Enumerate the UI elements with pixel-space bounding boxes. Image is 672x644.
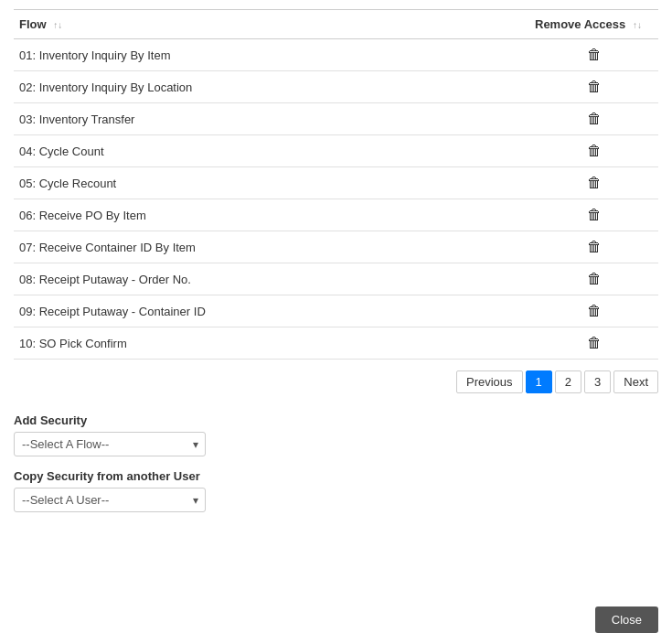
- trash-icon[interactable]: 🗑: [587, 111, 602, 127]
- flow-cell: 04: Cycle Count: [14, 135, 529, 167]
- trash-icon[interactable]: 🗑: [587, 207, 602, 223]
- trash-icon[interactable]: 🗑: [587, 175, 602, 191]
- add-security-label: Add Security: [14, 413, 658, 427]
- page-button-2[interactable]: 2: [555, 370, 581, 393]
- flow-cell: 02: Inventory Inquiry By Location: [14, 71, 529, 103]
- close-button-row: Close: [595, 606, 658, 633]
- remove-cell: 🗑: [529, 167, 658, 199]
- flow-cell: 05: Cycle Recount: [14, 167, 529, 199]
- table-row: 05: Cycle Recount🗑: [14, 167, 658, 199]
- col-remove-label: Remove Access: [535, 17, 625, 31]
- remove-cell: 🗑: [529, 231, 658, 263]
- flow-select[interactable]: --Select A Flow--: [14, 432, 206, 456]
- flow-cell: 07: Receive Container ID By Item: [14, 231, 529, 263]
- trash-icon[interactable]: 🗑: [587, 143, 602, 159]
- flow-cell: 03: Inventory Transfer: [14, 103, 529, 135]
- table-row: 09: Receipt Putaway - Container ID🗑: [14, 295, 658, 327]
- add-security-section: Add Security --Select A Flow-- ▾: [14, 413, 658, 456]
- remove-cell: 🗑: [529, 263, 658, 295]
- table-row: 07: Receive Container ID By Item🗑: [14, 231, 658, 263]
- trash-icon[interactable]: 🗑: [587, 303, 602, 319]
- table-row: 02: Inventory Inquiry By Location🗑: [14, 71, 658, 103]
- flow-select-wrapper: --Select A Flow-- ▾: [14, 432, 206, 456]
- next-button[interactable]: Next: [613, 370, 658, 393]
- remove-sort-icon[interactable]: ↑↓: [633, 20, 642, 30]
- trash-icon[interactable]: 🗑: [587, 47, 602, 63]
- flow-cell: 09: Receipt Putaway - Container ID: [14, 295, 529, 327]
- page-button-3[interactable]: 3: [584, 370, 611, 393]
- main-container: Flow ↑↓ Remove Access ↑↓ 01: Inventory I…: [0, 0, 672, 521]
- table-row: 10: SO Pick Confirm🗑: [14, 327, 658, 360]
- remove-cell: 🗑: [529, 39, 658, 71]
- remove-cell: 🗑: [529, 327, 658, 360]
- page-button-1[interactable]: 1: [526, 370, 552, 393]
- col-header-remove: Remove Access ↑↓: [529, 10, 658, 39]
- table-row: 08: Receipt Putaway - Order No.🗑: [14, 263, 658, 295]
- flow-table: Flow ↑↓ Remove Access ↑↓ 01: Inventory I…: [14, 9, 658, 360]
- table-row: 04: Cycle Count🗑: [14, 135, 658, 167]
- user-select[interactable]: --Select A User--: [14, 488, 206, 512]
- trash-icon[interactable]: 🗑: [587, 239, 602, 255]
- copy-security-section: Copy Security from another User --Select…: [14, 469, 658, 512]
- flow-sort-icon[interactable]: ↑↓: [53, 20, 62, 30]
- table-row: 03: Inventory Transfer🗑: [14, 103, 658, 135]
- copy-security-label: Copy Security from another User: [14, 469, 658, 483]
- flow-cell: 06: Receive PO By Item: [14, 199, 529, 231]
- flow-table-wrapper: Flow ↑↓ Remove Access ↑↓ 01: Inventory I…: [14, 9, 658, 360]
- pagination-row: Previous 1 2 3 Next: [14, 360, 658, 402]
- col-flow-label: Flow: [19, 17, 47, 31]
- flow-cell: 08: Receipt Putaway - Order No.: [14, 263, 529, 295]
- trash-icon[interactable]: 🗑: [587, 335, 602, 351]
- flow-cell: 01: Inventory Inquiry By Item: [14, 39, 529, 71]
- remove-cell: 🗑: [529, 103, 658, 135]
- table-row: 06: Receive PO By Item🗑: [14, 199, 658, 231]
- trash-icon[interactable]: 🗑: [587, 79, 602, 95]
- trash-icon[interactable]: 🗑: [587, 271, 602, 287]
- previous-button[interactable]: Previous: [456, 370, 523, 393]
- close-button[interactable]: Close: [595, 606, 658, 633]
- remove-cell: 🗑: [529, 199, 658, 231]
- col-header-flow: Flow ↑↓: [14, 10, 529, 39]
- remove-cell: 🗑: [529, 135, 658, 167]
- remove-cell: 🗑: [529, 295, 658, 327]
- user-select-wrapper: --Select A User-- ▾: [14, 488, 206, 512]
- table-row: 01: Inventory Inquiry By Item🗑: [14, 39, 658, 71]
- flow-cell: 10: SO Pick Confirm: [14, 327, 529, 360]
- remove-cell: 🗑: [529, 71, 658, 103]
